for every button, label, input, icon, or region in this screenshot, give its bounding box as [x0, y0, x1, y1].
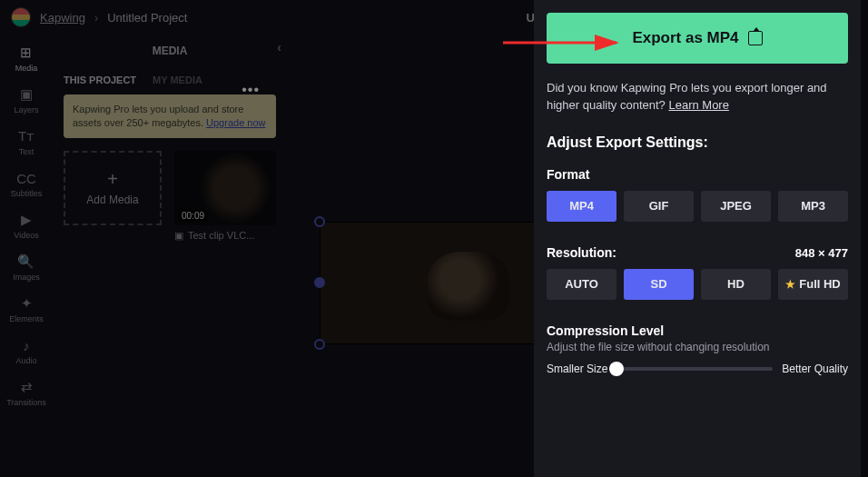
format-option-mp3[interactable]: MP3 — [778, 191, 848, 222]
pro-star-icon: ★ — [785, 278, 795, 291]
resolution-value: 848 × 477 — [795, 246, 848, 260]
compression-slider[interactable] — [616, 367, 773, 371]
format-option-mp4[interactable]: MP4 — [547, 191, 616, 222]
format-option-jpeg[interactable]: JPEG — [701, 191, 771, 222]
resolution-label: Resolution: — [547, 245, 616, 260]
resolution-option-hd[interactable]: HD — [701, 269, 771, 300]
compression-sublabel: Adjust the file size without changing re… — [547, 341, 848, 353]
panel-more-icon[interactable]: ••• — [242, 82, 260, 98]
slider-knob[interactable] — [609, 362, 624, 376]
compression-label: Compression Level — [547, 323, 848, 338]
export-settings-heading: Adjust Export Settings: — [547, 134, 848, 151]
format-label: Format — [547, 167, 848, 182]
slider-left-label: Smaller Size — [547, 363, 607, 375]
format-option-gif[interactable]: GIF — [624, 191, 694, 222]
export-button[interactable]: Export as MP4 — [547, 13, 848, 64]
slider-right-label: Better Quality — [782, 363, 848, 375]
export-button-label: Export as MP4 — [632, 29, 738, 47]
resolution-option-full-hd[interactable]: ★Full HD — [778, 269, 848, 300]
resolution-option-sd[interactable]: SD — [624, 269, 694, 300]
learn-more-link[interactable]: Learn More — [668, 98, 728, 112]
share-icon — [748, 31, 763, 45]
export-panel: Export as MP4 Did you know Kapwing Pro l… — [534, 0, 861, 477]
pro-tip: Did you know Kapwing Pro lets you export… — [547, 80, 848, 114]
resolution-option-auto[interactable]: AUTO — [547, 269, 616, 300]
